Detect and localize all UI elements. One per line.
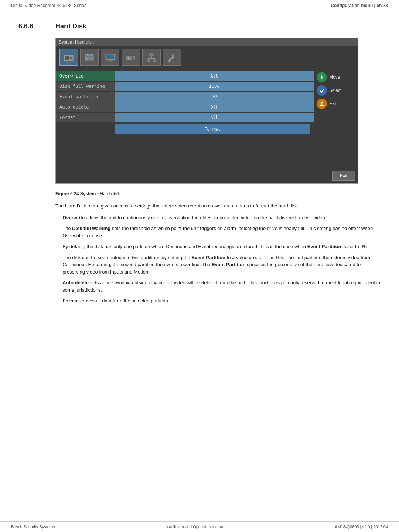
select-label: Select [329, 88, 341, 93]
svg-rect-5 [85, 54, 93, 56]
wrench-svg [167, 52, 177, 63]
ui-exit-row: Exit [56, 168, 358, 183]
svg-rect-1 [65, 56, 69, 60]
network-icon[interactable] [142, 49, 161, 66]
select-icon-svg [319, 87, 325, 93]
camera-svg [126, 52, 136, 63]
list-item: – Auto delete sets a time window outside… [55, 279, 381, 294]
wrench-icon[interactable] [163, 49, 181, 66]
calendar-svg [84, 52, 95, 63]
move-button[interactable]: Move [317, 71, 355, 83]
format-row: Format All [56, 113, 314, 122]
svg-rect-18 [153, 59, 156, 61]
svg-point-15 [128, 57, 130, 59]
figure-caption-bold: Figure 6.24 [55, 191, 79, 196]
network-svg [146, 52, 157, 63]
event-partition-row: Event partition 20% [56, 92, 314, 102]
svg-rect-12 [106, 55, 114, 59]
exit-side-label: Exit [329, 101, 337, 106]
svg-point-3 [71, 58, 71, 58]
top-bar-left: Digital Video Recorder 440/480 Series [11, 3, 86, 8]
bullet-text: Auto delete sets a time window outside o… [62, 279, 381, 294]
exit-side-button[interactable]: Exit [317, 98, 355, 110]
section-number: 6.6.6 [18, 23, 41, 30]
settings-spacer [56, 137, 314, 167]
ui-body: Overwrite All Disk full warning 100% Eve… [56, 69, 358, 168]
bullet-text: The disk can be segmented into two parti… [62, 254, 381, 276]
list-item: – Overwrite allows the unit to continuou… [55, 214, 381, 222]
ui-toolbar [56, 46, 358, 69]
svg-rect-16 [150, 54, 153, 56]
disk-full-warning-value[interactable]: 100% [115, 82, 314, 91]
list-item: – The disk can be segmented into two par… [55, 254, 381, 276]
move-icon-svg [319, 74, 325, 80]
format-label: Format [56, 113, 115, 122]
ui-settings-panel: Overwrite All Disk full warning 100% Eve… [56, 69, 314, 168]
ui-title-bar: System-Hard disk [56, 38, 358, 46]
svg-rect-14 [108, 61, 113, 62]
auto-delete-value[interactable]: Off [115, 102, 314, 112]
bullet-dash: – [55, 279, 58, 294]
footer-left: Bosch Security Systems [11, 525, 55, 529]
figure-caption-text: System - Hard disk [80, 191, 120, 196]
svg-rect-25 [320, 105, 324, 106]
bullet-text: Format erases all data from the selected… [62, 297, 381, 305]
body-text: The Hard Disk menu gives access to setti… [55, 202, 381, 210]
monitor-icon[interactable] [101, 49, 119, 66]
list-item: – By default, the disk has only one part… [55, 243, 381, 250]
format-button-container: Format [56, 123, 314, 137]
exit-icon-svg [319, 101, 325, 107]
list-item: – Format erases all data from the select… [55, 297, 381, 305]
bullet-dash: – [55, 297, 58, 305]
svg-rect-9 [89, 58, 90, 59]
overwrite-row: Overwrite All [56, 71, 314, 81]
footer-center: Installation and Operation manual [164, 525, 225, 529]
select-button[interactable]: Select [317, 85, 355, 96]
bullet-dash: – [55, 225, 58, 239]
figure-caption: Figure 6.24 System - Hard disk [55, 191, 381, 196]
hdd-svg [64, 52, 74, 63]
top-bar-right: Configuration menu | en 73 [331, 3, 388, 8]
format-value[interactable]: All [115, 113, 314, 122]
bullet-list: – Overwrite allows the unit to continuou… [55, 214, 381, 305]
bullet-text: By default, the disk has only one partit… [62, 243, 381, 250]
select-icon [317, 85, 327, 96]
bullet-text: The Disk full warning sets the threshold… [62, 225, 381, 239]
event-partition-value[interactable]: 20% [115, 92, 314, 102]
bullet-text: Overwrite allows the unit to continuousl… [62, 214, 381, 222]
svg-rect-17 [147, 59, 150, 61]
section-title: Hard Disk [55, 23, 86, 30]
move-icon [317, 72, 327, 82]
move-label: Move [329, 75, 340, 80]
ui-screenshot-box: System-Hard disk [55, 38, 358, 184]
camera-icon[interactable] [122, 49, 140, 66]
exit-button[interactable]: Exit [332, 171, 355, 181]
format-button[interactable]: Format [115, 124, 310, 134]
overwrite-label: Overwrite [56, 71, 115, 81]
section-heading: 6.6.6 Hard Disk [18, 23, 381, 30]
overwrite-value[interactable]: All [115, 71, 314, 81]
auto-delete-row: Auto delete Off [56, 102, 314, 112]
calendar-icon[interactable] [80, 49, 99, 66]
hdd-icon[interactable] [59, 49, 78, 66]
svg-rect-10 [91, 58, 92, 59]
disk-full-warning-row: Disk full warning 100% [56, 82, 314, 91]
bullet-dash: – [55, 254, 58, 276]
svg-point-24 [321, 76, 323, 78]
bullet-dash: – [55, 243, 58, 250]
svg-rect-8 [86, 58, 88, 59]
list-item: – The Disk full warning sets the thresho… [55, 225, 381, 239]
event-partition-label: Event partition [56, 92, 115, 102]
exit-side-icon [317, 99, 327, 109]
monitor-svg [105, 52, 115, 63]
main-content: 6.6.6 Hard Disk System-Hard disk [0, 11, 399, 319]
ui-side-buttons: Move Select [314, 69, 358, 168]
auto-delete-label: Auto delete [56, 102, 115, 112]
footer: Bosch Security Systems Installation and … [0, 521, 399, 532]
footer-right: AM18-Q0605 | v2.0 | 2012.04 [335, 525, 388, 529]
bullet-dash: – [55, 214, 58, 222]
svg-point-23 [174, 54, 175, 56]
disk-full-warning-label: Disk full warning [56, 82, 115, 91]
top-bar: Digital Video Recorder 440/480 Series Co… [0, 0, 399, 11]
